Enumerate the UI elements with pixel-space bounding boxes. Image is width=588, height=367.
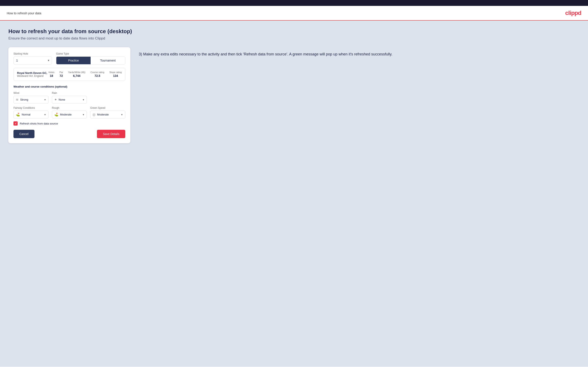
rain-select[interactable]: ✦ None ▼ (52, 96, 87, 103)
game-type-buttons: Practice Tournament (56, 57, 125, 65)
fairway-select[interactable]: ⛳ Normal ▼ (13, 111, 49, 118)
refresh-checkbox[interactable]: ✓ (13, 121, 18, 125)
fairway-value: Normal (22, 113, 41, 116)
side-instruction: 3) Make any extra edits necessary to the… (139, 51, 579, 57)
conditions-heading: Weather and course conditions (optional) (13, 85, 125, 88)
course-location: Westward Ho!, England (17, 75, 47, 77)
wind-value: Strong (20, 98, 41, 101)
holes-stat: Holes 18 (49, 71, 54, 78)
rough-label: Rough (52, 107, 87, 109)
starting-hole-label: Starting Hole (13, 52, 52, 55)
starting-hole-row: Starting Hole 1 2 10 ▼ Game Type Practic… (13, 52, 125, 65)
fairway-arrow-icon: ▼ (44, 113, 46, 116)
green-speed-select[interactable]: ◎ Moderate ▼ (90, 111, 125, 118)
course-rating-value: 72.5 (95, 74, 100, 77)
fairway-rough-row: Fairway Conditions ⛳ Normal ▼ Rough ⛳ Mo… (13, 107, 125, 118)
yards-value: 6,744 (73, 74, 80, 77)
form-card: Starting Hole 1 2 10 ▼ Game Type Practic… (9, 47, 130, 143)
tournament-button[interactable]: Tournament (91, 57, 125, 64)
fairway-label: Fairway Conditions (13, 107, 49, 109)
practice-button[interactable]: Practice (56, 57, 91, 64)
rough-icon: ⛳ (54, 113, 59, 117)
wind-rain-row: Wind ≋ Strong ▼ Rain ✦ None ▼ (13, 92, 125, 103)
holes-label: Holes (49, 71, 54, 74)
button-row: Cancel Save Details (13, 130, 125, 138)
course-stats: Holes 18 Par 72 Yards/White (M)) 6,744 C… (49, 71, 122, 78)
header: How to refresh your data clippd (0, 6, 588, 21)
par-label: Par (60, 71, 63, 74)
wind-label: Wind (13, 92, 49, 94)
cancel-button[interactable]: Cancel (13, 130, 35, 138)
course-rating-stat: Course rating 72.5 (90, 71, 104, 78)
rough-value: Moderate (60, 113, 79, 116)
rain-spacer (90, 92, 125, 103)
save-button[interactable]: Save Details (97, 130, 125, 138)
green-speed-value: Moderate (97, 113, 118, 116)
wind-arrow-icon: ▼ (44, 99, 46, 101)
wind-col: Wind ≋ Strong ▼ (13, 92, 49, 103)
green-speed-col: Green Speed ◎ Moderate ▼ (90, 107, 125, 118)
par-stat: Par 72 (60, 71, 63, 78)
starting-hole-select-wrapper: 1 2 10 ▼ (13, 57, 52, 65)
slope-rating-stat: Slope rating 134 (109, 71, 122, 78)
course-name-block: Royal North Devon GC, Westward Ho!, Engl… (17, 71, 47, 77)
rain-icon: ✦ (54, 98, 57, 102)
yards-stat: Yards/White (M)) 6,744 (68, 71, 85, 78)
rough-select[interactable]: ⛳ Moderate ▼ (52, 111, 87, 118)
course-info-box: Royal North Devon GC, Westward Ho!, Engl… (13, 68, 125, 81)
main-content: How to refresh your data from source (de… (0, 21, 588, 367)
page-heading: How to refresh your data from source (de… (9, 28, 579, 35)
rough-col: Rough ⛳ Moderate ▼ (52, 107, 87, 118)
slope-rating-value: 134 (113, 74, 118, 77)
rain-value: None (59, 98, 79, 101)
refresh-checkbox-row[interactable]: ✓ Refresh shots from data source (13, 121, 125, 125)
content-row: Starting Hole 1 2 10 ▼ Game Type Practic… (9, 47, 579, 143)
starting-hole-col: Starting Hole 1 2 10 ▼ (13, 52, 52, 65)
par-value: 72 (60, 74, 63, 77)
checkmark-icon: ✓ (15, 122, 17, 125)
page-subheading: Ensure the correct and most up to date d… (9, 36, 579, 41)
refresh-checkbox-label: Refresh shots from data source (20, 122, 58, 125)
game-type-col: Game Type Practice Tournament (56, 52, 125, 65)
side-text: 3) Make any extra edits necessary to the… (139, 47, 579, 57)
yards-label: Yards/White (M)) (68, 71, 85, 74)
rain-label: Rain (52, 92, 87, 94)
game-type-label: Game Type (56, 52, 125, 55)
course-name: Royal North Devon GC, (17, 71, 47, 75)
green-speed-label: Green Speed (90, 107, 125, 109)
wind-icon: ≋ (16, 98, 18, 102)
green-speed-arrow-icon: ▼ (121, 113, 123, 116)
slope-rating-label: Slope rating (109, 71, 122, 74)
green-speed-icon: ◎ (93, 113, 95, 117)
rain-col: Rain ✦ None ▼ (52, 92, 87, 103)
wind-select[interactable]: ≋ Strong ▼ (13, 96, 49, 103)
starting-hole-select[interactable]: 1 2 10 (13, 57, 52, 65)
holes-value: 18 (50, 74, 53, 77)
top-bar (0, 0, 588, 6)
fairway-col: Fairway Conditions ⛳ Normal ▼ (13, 107, 49, 118)
course-rating-label: Course rating (90, 71, 104, 74)
rain-arrow-icon: ▼ (82, 99, 85, 101)
fairway-icon: ⛳ (16, 113, 20, 117)
header-title: How to refresh your data (7, 11, 41, 15)
logo: clippd (565, 10, 581, 16)
rough-arrow-icon: ▼ (82, 113, 85, 116)
